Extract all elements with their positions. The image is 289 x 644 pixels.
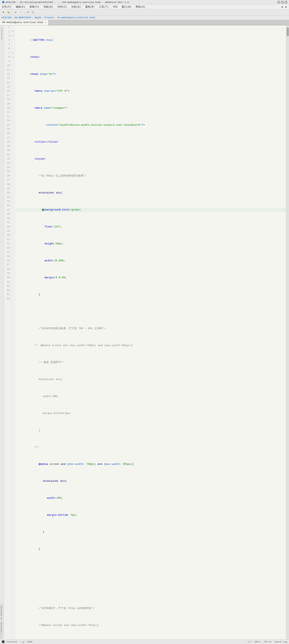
file-tab-active[interactable]: 04-mediaQuery-exercise.html ✕ <box>0 20 48 25</box>
menu-window[interactable]: 窗口(W) <box>121 5 132 9</box>
toolbar-git-button[interactable]: ⎇ <box>25 10 30 15</box>
path-project[interactable]: Project <box>44 16 54 19</box>
line-num-65: 65 <box>4 297 10 301</box>
sidebar-structure-label: Structure <box>1 27 3 40</box>
line-num-23: 23 <box>4 119 10 123</box>
file-tab-close[interactable]: ✕ <box>45 21 46 24</box>
code-line-18: /*在PAD中的显示效果，尺寸在 768 ~ 991 之间时*/ <box>16 326 286 331</box>
menu-help[interactable]: 帮助(H) <box>135 5 146 9</box>
code-text-13: height:50px; <box>32 238 63 250</box>
todo-status-tab[interactable]: ☑ g: TODO <box>20 640 32 643</box>
line-num-20: 20 <box>4 106 10 110</box>
code-line-25: }*/ <box>16 445 286 450</box>
line-num-17: 17 <box>4 93 10 98</box>
line-num-49: 49 <box>4 229 10 233</box>
line-num-44: 44 <box>4 208 10 212</box>
maximize-button[interactable] <box>281 1 284 4</box>
forward-button[interactable]: ▶ <box>284 5 288 9</box>
menu-vcs[interactable]: VCS <box>112 5 118 9</box>
fold-3[interactable]: ▼ <box>11 34 15 38</box>
toolbar-separator-2 <box>24 10 24 14</box>
close-button[interactable] <box>285 1 287 4</box>
line-num-58: 58 <box>4 267 10 271</box>
favorites-tab[interactable]: ❤ Favorites <box>0 604 3 621</box>
fold-7[interactable]: ▼ <box>11 51 15 55</box>
line-num-40: 40 <box>4 191 10 195</box>
code-text-1: <!DOCTYPE html> <box>17 34 54 47</box>
code-text-24: } <box>26 424 40 437</box>
code-line-3: <head lang="en"> <box>16 72 286 76</box>
event-log[interactable]: Event Log <box>275 640 287 643</box>
line-num-25: 25 <box>4 127 10 132</box>
code-line-11: background-color:green; <box>16 208 286 212</box>
menu-tools[interactable]: 工具(T) <box>98 5 110 9</box>
title-bar-icon: 🔷 <box>2 1 5 4</box>
menu-file[interactable]: 文件(F) <box>1 5 12 9</box>
code-text-5: <meta name="viewport" <box>22 102 68 114</box>
line-num-62: 62 <box>4 284 10 288</box>
path-day01[interactable]: day01 <box>34 16 41 19</box>
terminal-tab[interactable]: ⬛ Terminal <box>2 640 17 643</box>
menu-navigate[interactable]: 导航(N) <box>42 5 54 9</box>
line-num-46: 46 <box>4 216 10 220</box>
menu-edit[interactable]: 编辑(E) <box>15 5 26 9</box>
line-num-14: 14 <box>4 80 10 85</box>
line-num-10: 10 <box>4 64 10 68</box>
code-line-4: <meta charset="UTF-8"> <box>16 89 286 93</box>
line-num-48: 48 <box>4 225 10 229</box>
title-bar-left: 🔷 wfd1705 - [D:\projectgram\wfd1705] - .… <box>2 1 129 4</box>
code-line-6: content="width=device-width,initial-scal… <box>16 123 286 127</box>
code-line-15: margin:0 0.5%; <box>16 276 286 280</box>
line-num-9: 9 <box>4 59 10 64</box>
file-tab-label: 04-mediaQuery-exercise.html <box>2 21 43 24</box>
code-text-15: margin:0 0.5%; <box>32 271 67 284</box>
toolbar-separator-1 <box>12 10 12 14</box>
code-text-35: /*在PHONE中，尺寸在 767px 以内的时候*/ <box>26 602 94 615</box>
toolbar-search-button[interactable]: 🔍 <box>30 10 35 15</box>
code-line-31: } <box>16 547 286 551</box>
code-line-12: float:left; <box>16 225 286 229</box>
toolbar-debug-button[interactable]: 🐛 <box>6 10 11 15</box>
code-text-9: /*在 992px 以上的时候的显示效果*/ <box>26 170 86 182</box>
path-file[interactable]: 04-mediaQuery-exercise.html <box>57 16 95 19</box>
code-text-36: /*@media screen and (max-width:767px){ <box>26 619 99 632</box>
code-line-32 <box>16 564 286 568</box>
code-line-1: <!DOCTYPE html> <box>16 38 286 42</box>
menu-view[interactable]: 查看(V) <box>29 5 40 9</box>
code-line-26: @media screen and (min-width: 768px) and… <box>16 462 286 466</box>
fold-8[interactable]: ▼ <box>11 55 15 59</box>
line-num-54: 54 <box>4 250 10 254</box>
scrollbar-right[interactable] <box>286 26 289 644</box>
toolbar-build-button[interactable]: ▶ <box>1 10 6 15</box>
minimize-button[interactable] <box>277 1 280 4</box>
line-num-41: 41 <box>4 195 10 199</box>
scrollbar-thumb[interactable] <box>287 28 289 36</box>
fold-2[interactable]: ▼ <box>11 30 15 34</box>
toolbar-run-button[interactable]: ⚙ <box>13 10 18 15</box>
path-bootstrap[interactable]: 06-BOOTSTRAP <box>15 16 31 19</box>
line-num-19: 19 <box>4 102 10 106</box>
menu-code[interactable]: 代码(C) <box>56 5 68 9</box>
todo-tab[interactable]: ☑ 2 Favorites <box>0 621 3 639</box>
code-text-27: #container div{ <box>30 475 67 488</box>
menu-refactor[interactable]: 重构(R) <box>84 5 96 9</box>
menu-analyze[interactable]: 分析(A) <box>70 5 82 9</box>
line-num-16: 16 <box>4 89 10 93</box>
code-line-29: margin-bottom: 5px; <box>16 513 286 517</box>
code-line-27: #container div{ <box>16 479 286 483</box>
window-controls[interactable] <box>277 1 287 4</box>
line-num-64: 64 <box>4 292 10 297</box>
code-text-7: <title></title> <box>22 136 58 148</box>
code-line-8: <style> <box>16 157 286 161</box>
bottom-panel-tabs: ❤ Favorites ☑ 2 Favorites <box>0 604 4 639</box>
title-bar: 🔷 wfd1705 - [D:\projectgram\wfd1705] - .… <box>0 0 289 5</box>
code-text-23: margin-bottom:5px; <box>30 407 71 420</box>
code-text-6: content="width=device-width,initial-scal… <box>33 119 145 132</box>
path-wfd1705[interactable]: wfd1705 <box>2 16 11 19</box>
line-num-7: 7 <box>4 51 10 55</box>
code-editor[interactable]: <!DOCTYPE html> <html> <head lang="en"> … <box>15 26 286 644</box>
code-line-16: } <box>16 292 286 297</box>
back-button[interactable]: ◀ <box>280 5 284 9</box>
toolbar-test-button[interactable]: ✓ <box>18 10 23 15</box>
code-line-24: } <box>16 428 286 432</box>
